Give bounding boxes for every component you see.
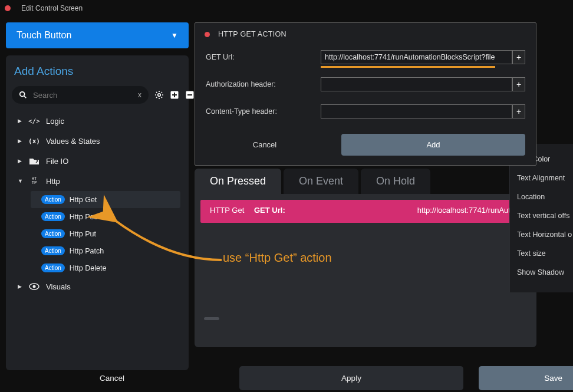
tree-item-label: Http Patch	[70, 247, 104, 255]
dialog-title: HTTP GET ACTION	[218, 30, 286, 38]
prop-text-vertical-offset[interactable]: Text vertical offs	[517, 206, 573, 225]
url-label: GET Url:	[206, 53, 321, 61]
tree-cat-label: File IO	[46, 157, 68, 166]
eye-icon	[28, 282, 40, 291]
action-badge: Action	[41, 246, 65, 255]
chevron-right-icon: ▶	[18, 158, 22, 164]
code-icon: </>	[28, 116, 40, 126]
auth-input[interactable]	[321, 77, 512, 91]
url-input[interactable]	[321, 50, 512, 64]
http-icon: HTTP	[28, 176, 40, 186]
touch-button-dropdown[interactable]: Touch Button ▼	[6, 22, 189, 48]
add-actions-heading: Add Actions	[14, 65, 183, 78]
prop-text-size[interactable]: Text size	[517, 244, 573, 263]
auth-label: Authorization header:	[206, 80, 321, 88]
dialog-cancel-button[interactable]: Cancel	[206, 134, 324, 155]
http-get-dialog: HTTP GET ACTION GET Url: + Authorization…	[195, 22, 536, 166]
tree-item-http-delete[interactable]: Action Http Delete	[31, 259, 180, 276]
svg-line-1	[24, 96, 26, 98]
remove-square-icon[interactable]	[185, 90, 195, 100]
tree-item-http-put[interactable]: Action Http Put	[31, 225, 180, 242]
close-window-dot[interactable]	[5, 5, 11, 11]
tab-on-pressed[interactable]: On Pressed	[195, 169, 281, 194]
search-input[interactable]	[33, 91, 132, 100]
actions-tree: ▶ </> Logic ▶ (x) Values & States ▶ File…	[12, 111, 183, 361]
tree-cat-visuals[interactable]: ▶ Visuals	[12, 276, 180, 297]
touch-button-label: Touch Button	[17, 30, 71, 41]
chevron-right-icon: ▶	[18, 284, 22, 289]
chevron-right-icon: ▶	[18, 138, 22, 144]
title-bar: Edit Control Screen	[0, 0, 573, 17]
svg-point-0	[20, 92, 25, 97]
prop-show-shadow[interactable]: Show Shadow	[517, 263, 573, 282]
svg-point-6	[33, 285, 36, 288]
chevron-down-icon: ▼	[171, 31, 178, 39]
action-badge: Action	[41, 212, 65, 221]
gear-icon[interactable]	[154, 90, 164, 100]
prop-text-horizontal-offset[interactable]: Text Horizontal o	[517, 225, 573, 244]
dialog-add-button[interactable]: Add	[341, 134, 525, 156]
tree-cat-label: Visuals	[46, 282, 71, 291]
bottom-bar: Cancel Apply Save	[0, 364, 573, 392]
dialog-status-dot	[205, 32, 210, 37]
tree-item-http-post[interactable]: Action Http Post	[31, 208, 180, 225]
variable-icon: (x)	[28, 136, 40, 146]
window-title: Edit Control Screen	[21, 4, 83, 12]
tab-on-hold[interactable]: On Hold	[361, 169, 430, 194]
action-card-field: GET Url:	[254, 206, 285, 215]
chevron-down-icon: ▼	[18, 178, 22, 184]
action-badge: Action	[41, 263, 65, 272]
action-badge: Action	[41, 195, 65, 204]
highlight-underline	[321, 66, 495, 68]
event-tabs: On Pressed On Event On Hold	[195, 169, 536, 194]
action-card-name: HTTP Get	[210, 206, 254, 215]
ctype-input[interactable]	[321, 104, 512, 118]
add-square-icon[interactable]	[170, 90, 179, 100]
file-icon	[28, 156, 40, 166]
tree-item-label: Http Post	[70, 213, 100, 221]
chevron-right-icon: ▶	[18, 118, 22, 124]
drag-handle[interactable]	[204, 317, 219, 320]
auth-add-button[interactable]: +	[512, 77, 525, 91]
clear-search-button[interactable]: x	[138, 91, 141, 99]
tree-cat-label: Logic	[46, 117, 64, 126]
tree-cat-http[interactable]: ▼ HTTP Http	[12, 171, 180, 191]
search-icon	[19, 91, 27, 99]
action-card-value: http://localhost:7741/runAutom	[417, 206, 521, 215]
ctype-label: Content-Type header:	[206, 107, 321, 116]
action-badge: Action	[41, 229, 65, 238]
properties-panel: Text Color Text Alignment Location Text …	[509, 144, 573, 292]
ctype-add-button[interactable]: +	[512, 104, 525, 118]
tab-content: HTTP Get GET Url: http://localhost:7741/…	[195, 194, 536, 347]
prop-location[interactable]: Location	[517, 187, 573, 206]
url-add-button[interactable]: +	[512, 50, 525, 64]
tree-cat-values[interactable]: ▶ (x) Values & States	[12, 131, 180, 151]
cancel-button[interactable]: Cancel	[0, 365, 224, 391]
tree-item-label: Http Delete	[70, 264, 107, 272]
tree-item-http-patch[interactable]: Action Http Patch	[31, 242, 180, 259]
action-card-http-get[interactable]: HTTP Get GET Url: http://localhost:7741/…	[200, 200, 531, 223]
save-button[interactable]: Save	[479, 366, 573, 390]
tree-cat-logic[interactable]: ▶ </> Logic	[12, 111, 180, 131]
tree-item-label: Http Get	[70, 196, 97, 204]
tree-cat-label: Http	[46, 177, 60, 186]
tab-on-event[interactable]: On Event	[284, 169, 358, 194]
tree-item-http-get[interactable]: Action Http Get	[31, 191, 180, 208]
add-actions-panel: Add Actions x ▶ </> Logic	[6, 55, 189, 370]
search-box[interactable]: x	[12, 86, 149, 104]
prop-text-alignment[interactable]: Text Alignment	[517, 169, 573, 187]
tree-item-label: Http Put	[70, 230, 96, 238]
tree-cat-fileio[interactable]: ▶ File IO	[12, 151, 180, 171]
svg-point-2	[158, 94, 161, 97]
tree-cat-label: Values & States	[46, 137, 100, 146]
apply-button[interactable]: Apply	[239, 366, 463, 390]
